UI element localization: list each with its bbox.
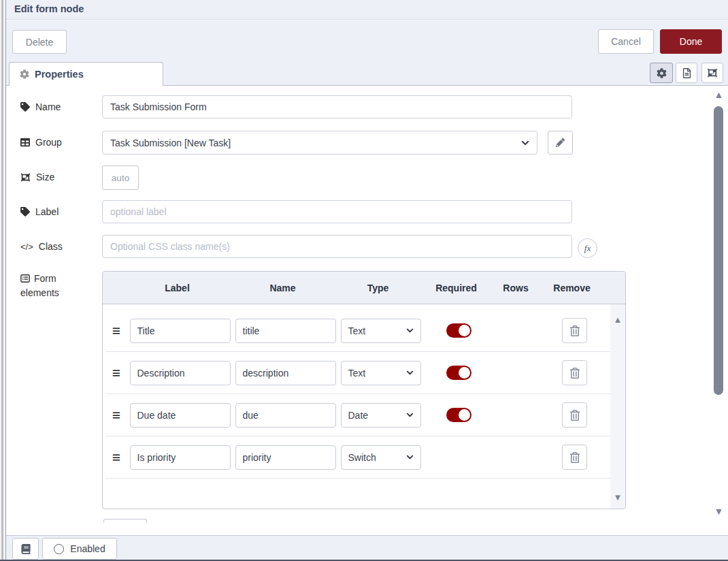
element-label-input[interactable]: [130, 403, 231, 428]
scroll-up-arrow[interactable]: ▲: [610, 315, 625, 324]
element-type-select[interactable]: Text: [341, 361, 421, 385]
done-button[interactable]: Done: [660, 29, 722, 54]
tab-properties[interactable]: Properties: [9, 62, 163, 86]
scroll-down-arrow[interactable]: ▼: [610, 493, 625, 502]
name-field-label: Name: [20, 95, 61, 118]
resize-icon: [707, 68, 718, 78]
element-type-select[interactable]: Text: [341, 319, 421, 343]
enabled-label: Enabled: [70, 543, 105, 554]
dialog-title: Edit form node: [14, 3, 84, 14]
group-select[interactable]: Task Submission [New Task]: [102, 131, 537, 155]
element-name-input[interactable]: [235, 445, 336, 470]
trash-icon: [570, 325, 580, 336]
table-row: ≡ Text: [105, 310, 610, 352]
pencil-icon: [556, 138, 565, 147]
name-input[interactable]: [102, 95, 572, 118]
form-elements-table: Label Name Type Required Rows Remove ≡ T…: [102, 271, 626, 509]
description-tab-button[interactable]: [676, 63, 697, 83]
element-label-input[interactable]: [130, 361, 231, 385]
edit-form-node-dialog: Edit form node Delete Cancel Done Proper…: [0, 0, 728, 561]
element-label-input[interactable]: [130, 445, 231, 470]
remove-element-button[interactable]: [562, 445, 587, 470]
element-name-input[interactable]: [235, 361, 336, 385]
group-select-value: Task Submission [New Task]: [110, 138, 231, 148]
table-row: ≡ Text: [105, 352, 610, 394]
element-type-select[interactable]: Switch: [341, 445, 421, 470]
drag-handle-icon[interactable]: ≡: [105, 366, 127, 380]
radio-circle-icon: [54, 544, 64, 554]
remove-element-button[interactable]: [562, 402, 587, 428]
remove-element-button[interactable]: [562, 318, 587, 343]
edit-group-button[interactable]: [548, 131, 573, 155]
chevron-down-icon: [406, 453, 414, 461]
node-enabled-toggle-button[interactable]: Enabled: [42, 538, 117, 560]
toggle-knob: [459, 325, 470, 336]
editor-edge-scrollbar-thumb: [1, 0, 3, 561]
add-element-button-partial[interactable]: [103, 519, 147, 523]
gear-icon: [657, 68, 667, 78]
chevron-down-icon: [406, 369, 414, 376]
scroll-down-arrow[interactable]: ▼: [713, 507, 725, 516]
required-toggle-on[interactable]: [446, 366, 471, 380]
properties-tab-button[interactable]: [650, 63, 673, 83]
size-auto-button[interactable]: auto: [102, 165, 139, 190]
resize-icon: [20, 173, 31, 182]
header-name: Name: [230, 283, 335, 293]
form-elements-icon: [20, 274, 30, 283]
element-label-input[interactable]: [130, 319, 231, 343]
element-name-input[interactable]: [235, 403, 336, 428]
label-input[interactable]: [102, 200, 572, 223]
form-elements-field-label: Form elements: [20, 272, 91, 300]
form-elements-table-body: ≡ Text ≡ Text ≡ Date: [103, 304, 610, 509]
class-field-label: </> Class: [20, 235, 63, 258]
trash-icon: [570, 452, 580, 463]
scroll-up-arrow[interactable]: ▲: [713, 90, 725, 99]
chevron-down-icon: [406, 327, 414, 334]
size-field-label: Size: [20, 165, 54, 189]
required-toggle-on[interactable]: [446, 323, 471, 338]
editor-edge-scrollbar: [0, 0, 6, 561]
fx-icon: fx: [584, 243, 591, 254]
remove-element-button[interactable]: [562, 360, 587, 385]
dialog-scrollbar-thumb[interactable]: [714, 106, 723, 395]
trash-icon: [570, 368, 580, 379]
table-icon: [20, 138, 30, 147]
cancel-button[interactable]: Cancel: [598, 29, 654, 54]
dialog-scrollbar[interactable]: ▲ ▼: [713, 90, 725, 516]
table-row: ≡ Switch: [105, 436, 610, 479]
tag-icon: [20, 102, 30, 112]
class-input[interactable]: [102, 235, 572, 258]
chevron-down-icon: [521, 139, 529, 147]
group-field-label: Group: [20, 131, 62, 154]
table-scrollbar[interactable]: ▲ ▼: [610, 304, 625, 509]
tag-icon: [20, 207, 30, 217]
dialog-footer: Enabled: [6, 535, 728, 560]
toggle-knob: [459, 367, 470, 379]
trash-icon: [570, 410, 580, 421]
header-label: Label: [125, 283, 230, 293]
header-type: Type: [335, 283, 420, 293]
required-toggle-on[interactable]: [446, 408, 471, 422]
element-type-select[interactable]: Date: [341, 403, 421, 428]
toggle-knob: [459, 409, 470, 421]
header-rows: Rows: [492, 283, 540, 293]
gear-icon: [20, 69, 29, 79]
fx-expression-button[interactable]: fx: [578, 238, 597, 258]
form-elements-table-header: Label Name Type Required Rows Remove: [103, 272, 625, 304]
table-row: ≡ Date: [105, 394, 610, 436]
header-required: Required: [420, 283, 492, 293]
dialog-titlebar: Edit form node: [6, 0, 728, 20]
chevron-down-icon: [406, 411, 414, 419]
book-icon: [21, 544, 31, 554]
code-icon: </>: [20, 242, 33, 252]
tab-properties-label: Properties: [35, 69, 84, 80]
element-name-input[interactable]: [235, 319, 336, 343]
delete-button[interactable]: Delete: [12, 30, 67, 54]
drag-handle-icon[interactable]: ≡: [105, 450, 127, 464]
header-remove: Remove: [540, 283, 604, 293]
drag-handle-icon[interactable]: ≡: [105, 408, 127, 422]
label-field-label: Label: [20, 200, 59, 223]
node-help-button[interactable]: [12, 538, 39, 560]
drag-handle-icon[interactable]: ≡: [105, 323, 127, 338]
appearance-tab-button[interactable]: [701, 63, 723, 83]
